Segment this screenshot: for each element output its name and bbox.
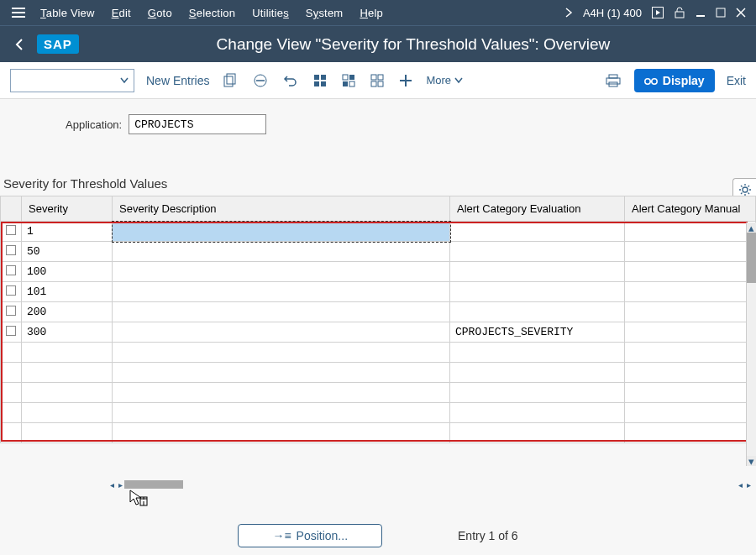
select-block-icon[interactable] xyxy=(340,72,357,89)
cell-description[interactable] xyxy=(113,363,450,383)
scroll-right-icon[interactable]: ▸ xyxy=(116,479,124,490)
cell-manual[interactable] xyxy=(625,403,756,423)
copy-as-icon[interactable] xyxy=(221,71,239,90)
table-row[interactable]: 200 xyxy=(1,302,756,322)
row-checkbox[interactable] xyxy=(6,285,16,296)
cell-severity[interactable]: 50 xyxy=(22,242,113,262)
table-row[interactable]: 1 xyxy=(1,222,756,242)
cell-severity[interactable]: 100 xyxy=(22,262,113,282)
scroll-track[interactable] xyxy=(747,283,756,456)
row-checkbox[interactable] xyxy=(6,265,16,275)
display-button[interactable]: Display xyxy=(634,69,715,92)
back-button[interactable] xyxy=(8,34,30,55)
print-icon[interactable] xyxy=(604,72,622,89)
minimize-icon[interactable] xyxy=(696,8,706,18)
cell-severity[interactable] xyxy=(22,383,113,403)
cell-severity[interactable] xyxy=(22,363,113,383)
cell-manual[interactable] xyxy=(625,322,756,343)
cell-evaluation[interactable] xyxy=(450,343,625,363)
menu-utilities[interactable]: Utilities xyxy=(244,7,297,19)
scroll-up-icon[interactable]: ▴ xyxy=(747,223,756,233)
cell-evaluation[interactable] xyxy=(450,423,625,443)
menu-help[interactable]: Help xyxy=(351,7,391,19)
cell-evaluation[interactable] xyxy=(450,403,625,423)
table-row[interactable]: 50 xyxy=(1,242,756,262)
cell-description[interactable] xyxy=(113,403,450,423)
menu-table-view[interactable]: Table View xyxy=(32,7,103,19)
cell-manual[interactable] xyxy=(625,242,756,262)
cell-severity[interactable]: 101 xyxy=(22,282,113,302)
cell-severity[interactable]: 300 xyxy=(22,322,113,343)
scroll-thumb[interactable] xyxy=(747,233,756,283)
cell-evaluation[interactable] xyxy=(450,222,625,242)
cell-manual[interactable] xyxy=(625,282,756,302)
cell-manual[interactable] xyxy=(625,343,756,363)
table-row[interactable] xyxy=(1,363,756,383)
deselect-all-icon[interactable] xyxy=(369,72,386,89)
new-entries-button[interactable]: New Entries xyxy=(146,74,209,87)
table-row[interactable] xyxy=(1,383,756,403)
maximize-icon[interactable] xyxy=(716,8,726,18)
col-header-manual[interactable]: Alert Category Manual xyxy=(625,196,756,222)
cell-evaluation[interactable] xyxy=(450,383,625,403)
exit-button[interactable]: Exit xyxy=(727,74,746,87)
menu-selection[interactable]: Selection xyxy=(181,7,244,19)
cell-description[interactable] xyxy=(113,262,450,282)
cell-manual[interactable] xyxy=(625,423,756,443)
cell-manual[interactable] xyxy=(625,262,756,282)
more-button[interactable]: More xyxy=(426,74,463,86)
row-checkbox[interactable] xyxy=(6,326,16,336)
cell-evaluation[interactable] xyxy=(450,262,625,282)
hamburger-icon[interactable] xyxy=(5,7,32,18)
play-icon[interactable] xyxy=(652,7,664,18)
table-row[interactable]: 100 xyxy=(1,262,756,282)
select-all-icon[interactable] xyxy=(312,72,328,89)
scroll-left-icon[interactable]: ◂ xyxy=(736,479,744,490)
scroll-left-icon[interactable]: ◂ xyxy=(108,479,116,490)
col-header-check[interactable] xyxy=(1,196,22,222)
cell-description[interactable] xyxy=(113,423,450,443)
table-row[interactable]: 101 xyxy=(1,282,756,302)
config-icon[interactable] xyxy=(397,72,414,89)
table-row[interactable] xyxy=(1,403,756,423)
cell-description[interactable] xyxy=(113,242,450,262)
scroll-down-icon[interactable]: ▾ xyxy=(747,456,756,466)
vertical-scrollbar[interactable]: ▴ ▾ xyxy=(746,223,756,466)
hscroll-thumb[interactable] xyxy=(124,480,183,489)
cell-description[interactable] xyxy=(113,322,450,343)
cell-manual[interactable] xyxy=(625,363,756,383)
delete-icon[interactable] xyxy=(251,71,270,90)
undo-icon[interactable] xyxy=(281,72,300,89)
col-header-description[interactable]: Severity Description xyxy=(113,196,450,222)
cell-description[interactable] xyxy=(113,302,450,322)
application-field[interactable] xyxy=(129,114,266,134)
cell-manual[interactable] xyxy=(625,222,756,242)
cell-evaluation[interactable] xyxy=(450,282,625,302)
col-header-severity[interactable]: Severity xyxy=(22,196,113,222)
table-row[interactable]: 300CPROJECTS_SEVERITY xyxy=(1,322,756,343)
cell-evaluation[interactable]: CPROJECTS_SEVERITY xyxy=(450,322,625,343)
cell-description[interactable] xyxy=(113,343,450,363)
scroll-right-icon[interactable]: ▸ xyxy=(744,479,753,490)
col-header-evaluation[interactable]: Alert Category Evaluation xyxy=(450,196,625,222)
unlock-icon[interactable] xyxy=(674,7,685,18)
cell-evaluation[interactable] xyxy=(450,363,625,383)
row-checkbox[interactable] xyxy=(6,225,16,235)
menu-system[interactable]: System xyxy=(297,7,352,19)
cell-severity[interactable]: 200 xyxy=(22,302,113,322)
view-selector[interactable] xyxy=(10,69,134,92)
position-button[interactable]: →≡ Position... xyxy=(238,524,382,547)
cell-description[interactable] xyxy=(113,222,450,242)
row-checkbox[interactable] xyxy=(6,306,16,316)
cell-description[interactable] xyxy=(113,282,450,302)
menu-edit[interactable]: Edit xyxy=(103,7,139,19)
table-row[interactable] xyxy=(1,343,756,363)
cell-description[interactable] xyxy=(113,383,450,403)
cell-manual[interactable] xyxy=(625,383,756,403)
cell-manual[interactable] xyxy=(625,302,756,322)
cell-evaluation[interactable] xyxy=(450,242,625,262)
table-row[interactable] xyxy=(1,423,756,443)
cell-severity[interactable]: 1 xyxy=(22,222,113,242)
cell-severity[interactable] xyxy=(22,343,113,363)
menu-goto[interactable]: Goto xyxy=(139,7,181,19)
